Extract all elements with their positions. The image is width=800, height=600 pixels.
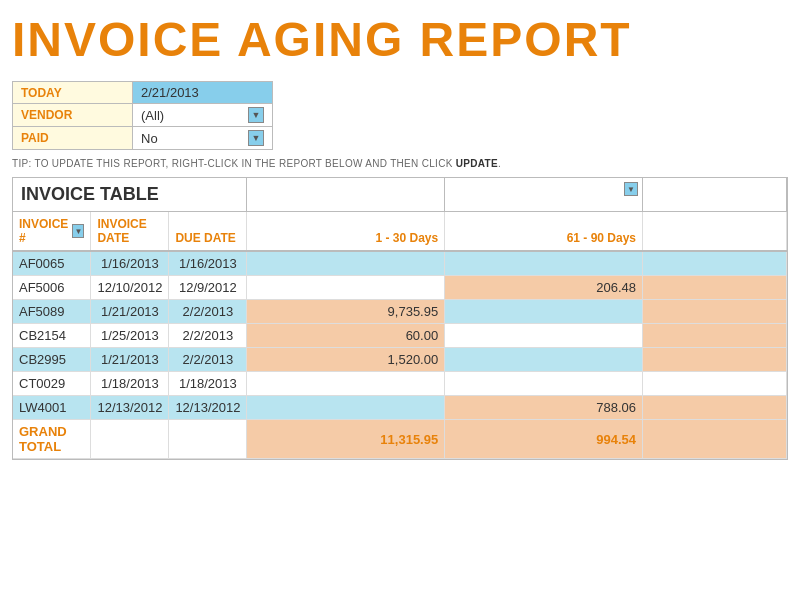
cell-due-date: 12/9/2012	[169, 276, 247, 300]
cell-due-date: 12/13/2012	[169, 396, 247, 420]
table-row: CB2995 1/21/2013 2/2/2013 1,520.00	[13, 348, 787, 372]
grand-total-1-30: 11,315.95	[247, 420, 445, 459]
table-title-dropdown-cell: ▼	[445, 178, 643, 212]
paid-dropdown-arrow[interactable]: ▼	[248, 130, 264, 146]
today-value: 2/21/2013	[133, 82, 273, 104]
cell-1-30: 9,735.95	[247, 300, 445, 324]
grand-total-inv-date	[91, 420, 169, 459]
col-header-inv-date: INVOICE DATE	[91, 212, 169, 252]
cell-inv-date: 1/21/2013	[91, 348, 169, 372]
cell-invoice: AF5089	[13, 300, 91, 324]
cell-due-date: 2/2/2013	[169, 324, 247, 348]
col-header-due-date: DUE DATE	[169, 212, 247, 252]
cell-extra	[643, 396, 787, 420]
table-row: CB2154 1/25/2013 2/2/2013 60.00	[13, 324, 787, 348]
cell-extra	[643, 324, 787, 348]
invoice-table-wrapper: INVOICE TABLE ▼ INVOICE # ▼ INVOICE DAT	[12, 177, 788, 460]
cell-61-90	[445, 300, 643, 324]
cell-61-90: 206.48	[445, 276, 643, 300]
cell-due-date: 1/18/2013	[169, 372, 247, 396]
invoice-col-dropdown[interactable]: ▼	[72, 224, 84, 238]
cell-61-90: 788.06	[445, 396, 643, 420]
paid-label: PAID	[13, 127, 133, 150]
cell-1-30	[247, 372, 445, 396]
cell-extra	[643, 251, 787, 276]
cell-invoice: CT0029	[13, 372, 91, 396]
table-row: AF0065 1/16/2013 1/16/2013	[13, 251, 787, 276]
vendor-value: (All) ▼	[133, 104, 273, 127]
cell-inv-date: 1/25/2013	[91, 324, 169, 348]
cell-61-90	[445, 324, 643, 348]
cell-1-30: 60.00	[247, 324, 445, 348]
today-label: TODAY	[13, 82, 133, 104]
cell-1-30	[247, 396, 445, 420]
col-header-invoice: INVOICE # ▼	[13, 212, 91, 252]
grand-total-row: GRAND TOTAL 11,315.95 994.54	[13, 420, 787, 459]
cell-61-90	[445, 372, 643, 396]
vendor-dropdown-arrow[interactable]: ▼	[248, 107, 264, 123]
cell-invoice: AF0065	[13, 251, 91, 276]
invoice-tbody: AF0065 1/16/2013 1/16/2013 AF5006 12/10/…	[13, 251, 787, 459]
cell-inv-date: 12/10/2012	[91, 276, 169, 300]
table-title-row: INVOICE TABLE ▼	[13, 178, 787, 212]
col-header-61-90: 61 - 90 Days	[445, 212, 643, 252]
table-row: LW4001 12/13/2012 12/13/2012 788.06	[13, 396, 787, 420]
col-header-1-30: 1 - 30 Days	[247, 212, 445, 252]
cell-inv-date: 12/13/2012	[91, 396, 169, 420]
cell-inv-date: 1/18/2013	[91, 372, 169, 396]
col5-dropdown-arrow[interactable]: ▼	[624, 182, 638, 196]
cell-invoice: CB2154	[13, 324, 91, 348]
cell-invoice: LW4001	[13, 396, 91, 420]
paid-value: No ▼	[133, 127, 273, 150]
cell-1-30: 1,520.00	[247, 348, 445, 372]
cell-extra	[643, 276, 787, 300]
grand-total-61-90: 994.54	[445, 420, 643, 459]
cell-61-90	[445, 251, 643, 276]
table-row: AF5006 12/10/2012 12/9/2012 206.48	[13, 276, 787, 300]
cell-1-30	[247, 251, 445, 276]
filter-table: TODAY 2/21/2013 VENDOR (All) ▼ PAID No ▼	[12, 81, 273, 150]
cell-due-date: 2/2/2013	[169, 300, 247, 324]
column-header-row: INVOICE # ▼ INVOICE DATE DUE DATE 1 - 30…	[13, 212, 787, 252]
cell-due-date: 1/16/2013	[169, 251, 247, 276]
tip-text: TIP: TO UPDATE THIS REPORT, RIGHT-CLICK …	[12, 158, 788, 169]
page-container: INVOICE AGING REPORT TODAY 2/21/2013 VEN…	[0, 0, 800, 460]
cell-1-30	[247, 276, 445, 300]
table-row: CT0029 1/18/2013 1/18/2013	[13, 372, 787, 396]
cell-extra	[643, 348, 787, 372]
table-row: AF5089 1/21/2013 2/2/2013 9,735.95	[13, 300, 787, 324]
grand-total-extra	[643, 420, 787, 459]
cell-invoice: AF5006	[13, 276, 91, 300]
table-title-spacer1	[247, 178, 445, 212]
cell-due-date: 2/2/2013	[169, 348, 247, 372]
cell-extra	[643, 300, 787, 324]
grand-total-label: GRAND TOTAL	[13, 420, 91, 459]
report-title: INVOICE AGING REPORT	[12, 12, 788, 67]
table-title-spacer2	[643, 178, 787, 212]
cell-inv-date: 1/21/2013	[91, 300, 169, 324]
vendor-label: VENDOR	[13, 104, 133, 127]
col-header-extra	[643, 212, 787, 252]
cell-invoice: CB2995	[13, 348, 91, 372]
table-section-title: INVOICE TABLE	[13, 178, 247, 212]
cell-inv-date: 1/16/2013	[91, 251, 169, 276]
grand-total-due-date	[169, 420, 247, 459]
cell-61-90	[445, 348, 643, 372]
invoice-table: INVOICE TABLE ▼ INVOICE # ▼ INVOICE DAT	[13, 178, 787, 459]
cell-extra	[643, 372, 787, 396]
